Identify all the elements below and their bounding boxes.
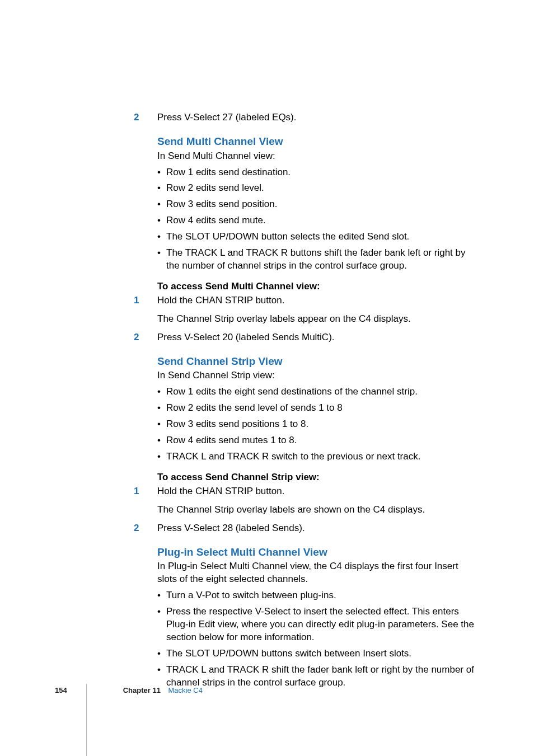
step-text: Press V-Select 28 (labeled Sends). (157, 523, 305, 533)
section-heading: Plug-in Select Multi Channel View (157, 545, 476, 560)
list-item: TRACK L and TRACK R switch to the previo… (157, 450, 476, 463)
list-item: Row 1 edits send destination. (157, 166, 476, 179)
paragraph: The Channel Strip overlay labels are sho… (157, 504, 476, 516)
section-heading: Send Channel Strip View (157, 354, 476, 369)
step-text: Hold the CHAN STRIP button. (157, 295, 284, 306)
list-item: The TRACK L and TRACK R buttons shift th… (157, 247, 476, 273)
step-number: 2 (134, 331, 139, 344)
list-item: The SLOT UP/DOWN button selects the edit… (157, 231, 476, 243)
step-number: 1 (134, 294, 139, 307)
step-text: Press V-Select 27 (labeled EQs). (157, 112, 297, 123)
step-number: 2 (134, 111, 139, 124)
paragraph: The Channel Strip overlay labels appear … (157, 313, 476, 326)
procedure-heading: To access Send Multi Channel view: (157, 280, 476, 293)
chapter-block: Chapter 11 Mackie C4 (123, 685, 203, 696)
step-item: 2 Press V-Select 20 (labeled Sends Multi… (157, 331, 476, 344)
section-heading: Send Multi Channel View (157, 134, 476, 149)
procedure-heading: To access Send Channel Strip view: (157, 471, 476, 484)
page: 2 Press V-Select 27 (labeled EQs). Send … (0, 0, 534, 756)
step-item: 2 Press V-Select 27 (labeled EQs). (157, 111, 476, 124)
bullet-list: Turn a V-Pot to switch between plug-ins.… (157, 589, 476, 689)
list-item: Row 3 edits send position. (157, 198, 476, 211)
step-item: 1 Hold the CHAN STRIP button. (157, 294, 476, 307)
list-item: Press the respective V-Select to insert … (157, 605, 476, 644)
side-rule (86, 684, 87, 756)
list-item: Row 3 edits send positions 1 to 8. (157, 418, 476, 431)
list-item: Row 2 edits the send level of sends 1 to… (157, 402, 476, 415)
bullet-list: Row 1 edits send destination. Row 2 edit… (157, 166, 476, 273)
step-number: 1 (134, 485, 139, 498)
page-number: 154 (55, 685, 67, 696)
section-intro: In Send Channel Strip view: (157, 369, 476, 382)
list-item: Row 2 edits send level. (157, 182, 476, 195)
content-column: 2 Press V-Select 27 (labeled EQs). Send … (157, 111, 476, 695)
list-item: Row 4 edits send mute. (157, 214, 476, 227)
section-intro: In Send Multi Channel view: (157, 150, 476, 163)
step-item: 1 Hold the CHAN STRIP button. (157, 485, 476, 498)
bullet-list: Row 1 edits the eight send destinations … (157, 386, 476, 463)
page-footer: 154 Chapter 11 Mackie C4 (55, 685, 203, 696)
list-item: Turn a V-Pot to switch between plug-ins. (157, 589, 476, 602)
step-text: Hold the CHAN STRIP button. (157, 486, 284, 496)
list-item: Row 1 edits the eight send destinations … (157, 386, 476, 398)
list-item: Row 4 edits send mutes 1 to 8. (157, 434, 476, 447)
list-item: The SLOT UP/DOWN buttons switch between … (157, 647, 476, 660)
chapter-label: Chapter 11 (123, 686, 161, 694)
section-intro: In Plug-in Select Multi Channel view, th… (157, 560, 476, 586)
step-text: Press V-Select 20 (labeled Sends MultiC)… (157, 332, 335, 342)
step-number: 2 (134, 522, 139, 535)
step-item: 2 Press V-Select 28 (labeled Sends). (157, 522, 476, 535)
chapter-title: Mackie C4 (168, 686, 203, 694)
list-item: TRACK L and TRACK R shift the fader bank… (157, 664, 476, 689)
